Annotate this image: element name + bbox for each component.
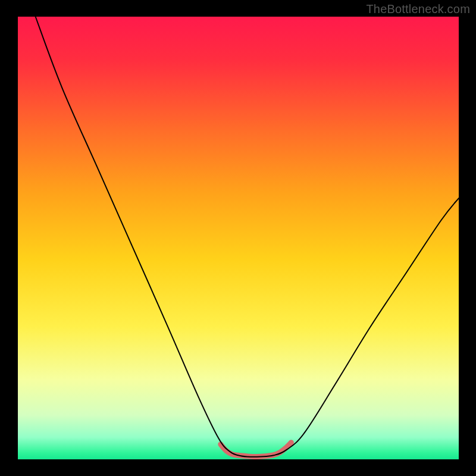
- watermark-text: TheBottleneck.com: [366, 2, 470, 16]
- chart-container: TheBottleneck.com: [0, 0, 476, 476]
- bottleneck-chart: [0, 0, 476, 476]
- gradient-background: [18, 17, 459, 459]
